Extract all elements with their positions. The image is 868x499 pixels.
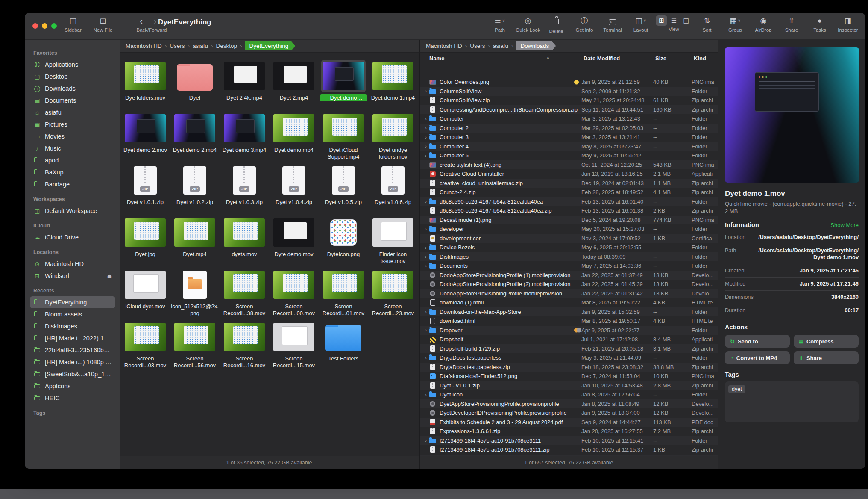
file-list-row[interactable]: › f2713499-18f4-457c-ac10-91b708ce3111 F…	[420, 436, 718, 446]
grid-file-item[interactable]: Dyet v1.0.6.zip	[368, 164, 418, 216]
grid-file-item[interactable]: Dyet undye folders.mov	[368, 112, 418, 164]
disclosure-icon[interactable]: ›	[422, 153, 429, 158]
preview-thumbnail[interactable]	[725, 47, 859, 183]
file-list-row[interactable]: › f2713499-18f4-457c-ac10-91b708ce3111.z…	[420, 445, 718, 455]
file-list-row[interactable]: › DodoAppStoreProvisioningProfile.mobile…	[420, 289, 718, 298]
grid-file-item[interactable]: Screen Recordi...38.mov	[220, 269, 269, 321]
disclosure-icon[interactable]: ›	[422, 116, 429, 121]
sidebar-item[interactable]: ▭ Movies	[30, 130, 115, 142]
sidebar-item[interactable]: Bandage	[30, 178, 115, 190]
grid-file-item[interactable]: Dyet demo 2.mp4	[170, 112, 220, 164]
sidebar-item[interactable]: ▤ Documents	[30, 94, 115, 106]
sidebar-item[interactable]: ⊟ Windsurf ⏏	[30, 270, 115, 282]
show-more-link[interactable]: Show More	[830, 222, 859, 228]
breadcrumb-item[interactable]: Users	[170, 43, 193, 49]
breadcrumb-active-chip[interactable]: Downloads	[516, 41, 556, 50]
file-list-row[interactable]: › creative_cloud_uninstallermac.zip Dec …	[420, 179, 718, 188]
file-list-row[interactable]: › CompressingAndDecompre...ithStreamComp…	[420, 105, 718, 115]
grid-file-item[interactable]: Dyet demo 3.mp4	[220, 112, 269, 164]
file-list-row[interactable]: › DyetDeveloperIDProvisioningProfile.pro…	[420, 408, 718, 418]
grid-file-item[interactable]: Dyet v1.0.5.zip	[319, 164, 368, 216]
column-header-kind[interactable]: Kind	[689, 55, 718, 62]
toolbar-button[interactable]: ▦∨ Group	[722, 15, 748, 32]
grid-file-item[interactable]: Screen Recordi...01.mov	[319, 269, 368, 321]
sidebar-item[interactable]: DiskImages	[30, 320, 115, 332]
breadcrumb-item[interactable]: Macintosh HD	[426, 43, 470, 49]
file-list-row[interactable]: › Dropshelf-build-1729.zip Feb 21, 2025 …	[420, 344, 718, 354]
grid-file-item[interactable]: dyets.mov	[220, 216, 269, 269]
disclosure-icon[interactable]: ›	[422, 245, 429, 250]
disclosure-icon[interactable]: ›	[422, 328, 429, 333]
sidebar-item[interactable]: ⌘ Applications	[30, 59, 115, 71]
grid-file-item[interactable]: Screen Recordi...56.mov	[170, 321, 220, 373]
disclosure-icon[interactable]: ›	[422, 309, 429, 314]
file-list-row[interactable]: › download (1).html Mar 8, 2025 at 19:50…	[420, 298, 718, 307]
sidebar-item[interactable]: DyetEverything	[30, 296, 115, 308]
sidebar-item[interactable]: BaXup	[30, 166, 115, 178]
sidebar-item[interactable]: ⌂ asiafu	[30, 106, 115, 118]
grid-file-item[interactable]: Finder icon issue.mov	[368, 216, 418, 269]
grid-file-item[interactable]: icon_512x512@2x.png	[170, 269, 220, 321]
action-button[interactable]: ↻ Send to	[725, 335, 790, 348]
file-list-row[interactable]: › DryjaDocs test.paperless.zip Feb 18, 2…	[420, 363, 718, 372]
toolbar-button[interactable]: ◎ Quick Look	[515, 15, 541, 32]
grid-file-item[interactable]: Screen Recordi...03.mov	[120, 321, 170, 373]
grid-file-item[interactable]: Dyet iCloud Support.mp4	[319, 112, 368, 164]
eject-icon[interactable]: ⏏	[107, 273, 112, 279]
sidebar-item[interactable]: ▦ Pictures	[30, 118, 115, 130]
file-list-row[interactable]: › Dropover Apr 9, 2025 at 02:22:27 -- Fo…	[420, 326, 718, 335]
file-list-row[interactable]: › Decast mode (1).png Dec 5, 2024 at 19:…	[420, 216, 718, 225]
breadcrumb-item[interactable]: Macintosh HD	[126, 43, 170, 49]
toolbar-button[interactable]: ⇧ Share	[778, 15, 805, 32]
grid-file-item[interactable]: iCloud dyet.mov	[120, 269, 170, 321]
file-list-row[interactable]: › Computer 4 May 8, 2025 at 05:23:47 -- …	[420, 142, 718, 151]
disclosure-icon[interactable]: ›	[422, 392, 429, 397]
sidebar-item[interactable]: ♪ Music	[30, 142, 115, 154]
toolbar-button[interactable]: ☰∨ Path	[487, 15, 513, 32]
disclosure-icon[interactable]: ›	[422, 89, 429, 94]
file-list-row[interactable]: › DodoAppStoreProvisioningProfile (1).mo…	[420, 271, 718, 280]
sidebar-item[interactable]: [HR] Made i...) 1080p copy	[30, 356, 115, 368]
file-list-row[interactable]: › Dyet icon Jan 8, 2025 at 12:56:04 -- F…	[420, 390, 718, 399]
view-segment-list[interactable]: ☰	[668, 15, 680, 26]
grid-file-item[interactable]: Dyet demo 1.mp4	[368, 60, 418, 112]
disclosure-icon[interactable]: ›	[422, 135, 429, 140]
grid-file-item[interactable]: Dyet 2 4k.mp4	[220, 60, 269, 112]
grid-file-item[interactable]: Dyet demo.mp4	[269, 112, 319, 164]
toolbar-button[interactable]: ◫∨ Layout	[628, 15, 654, 32]
sidebar-item[interactable]: HEIC	[30, 392, 115, 404]
file-list-row[interactable]: › Color Overrides.png Jan 9, 2025 at 21:…	[420, 77, 718, 87]
sidebar-item[interactable]: ⊙ Macintosh HD	[30, 258, 115, 270]
file-list-row[interactable]: › ColumnSplitView.zip May 21, 2025 at 20…	[420, 96, 718, 105]
grid-file-item[interactable]: Dye folders.mov	[120, 60, 170, 112]
grid-file-item[interactable]: Dyet 2.mp4	[269, 60, 319, 112]
grid-file-item[interactable]: Dyet v1.0.4.zip	[269, 164, 319, 216]
breadcrumb-active-chip[interactable]: DyetEverything	[245, 41, 296, 50]
file-list-row[interactable]: › Exhibits to Schedule 2 and 3 - 29 Augu…	[420, 418, 718, 427]
grid-file-item[interactable]: Screen Recordi...16.mov	[220, 321, 269, 373]
sidebar-toggle-button[interactable]: ◫ Sidebar	[58, 15, 88, 32]
grid-file-item[interactable]: Dyet.jpg	[120, 216, 170, 269]
file-list-row[interactable]: › Crunch-2.4.zip Feb 28, 2025 at 18:49:5…	[420, 188, 718, 197]
toolbar-button[interactable]: Delete	[543, 15, 569, 34]
breadcrumb-item[interactable]: asiafu	[493, 43, 516, 49]
disclosure-icon[interactable]: ›	[422, 254, 429, 259]
sidebar-item[interactable]: ☁ iCloud Drive	[30, 231, 115, 243]
file-list-row[interactable]: › DyetAppStoreProvisioningProfile.provis…	[420, 399, 718, 409]
toolbar-button[interactable]: ◨ Inspector	[835, 15, 861, 32]
file-list-row[interactable]: › developer May 20, 2025 at 15:27:03 -- …	[420, 224, 718, 234]
column-header-date[interactable]: Date Modified	[579, 55, 651, 62]
grid-file-item[interactable]: Screen Recordi...23.mov	[368, 269, 418, 321]
sidebar-item[interactable]: ◫ Default Workspace	[30, 205, 115, 217]
view-segment-columns[interactable]: ◫	[680, 15, 692, 26]
file-list-row[interactable]: › Computer Mar 3, 2025 at 13:12:43 -- Fo…	[420, 114, 718, 124]
toolbar-button[interactable]: >_ Terminal	[599, 15, 626, 32]
column-header-name[interactable]: Name^	[420, 55, 579, 62]
file-list-row[interactable]: › Download-on-the-Mac-App-Store Jan 9, 2…	[420, 307, 718, 317]
back-icon[interactable]: ‹	[140, 16, 154, 26]
grid-file-item[interactable]: Dyet v1.0.3.zip	[220, 164, 269, 216]
file-list-row[interactable]: › Computer 5 May 9, 2025 at 19:55:42 -- …	[420, 151, 718, 160]
disclosure-icon[interactable]: ›	[422, 263, 429, 269]
toolbar-button[interactable]: ● Tasks	[806, 15, 833, 32]
action-button[interactable]: ⇧ Share	[794, 351, 859, 364]
